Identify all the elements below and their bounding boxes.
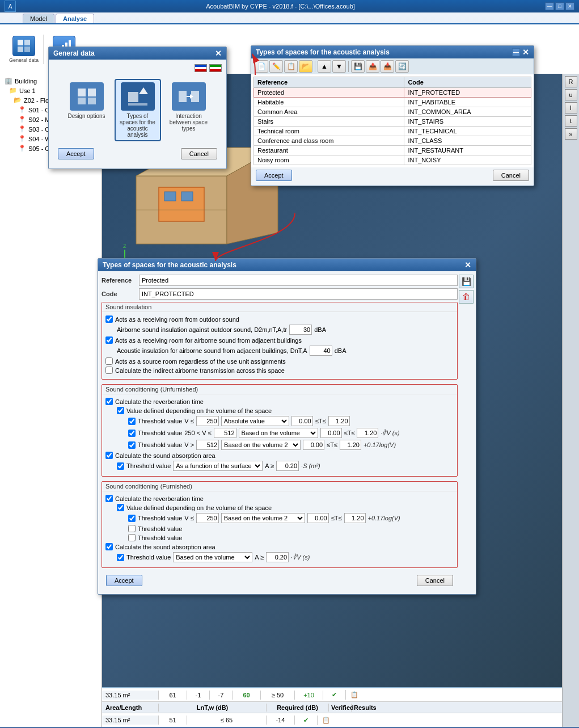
panel-btn-5[interactable]: s (565, 128, 577, 140)
thresh-f1-min[interactable] (307, 513, 329, 523)
airborne-value-input[interactable] (289, 325, 312, 335)
thresh2-min[interactable] (320, 428, 342, 438)
thresh2-val[interactable] (214, 428, 236, 438)
table-row[interactable]: Common Area INT_COMMON_AREA (254, 107, 531, 117)
toolbar-export-button[interactable]: 📤 (366, 60, 379, 73)
types-list-min-button[interactable]: — (512, 48, 520, 56)
table-row[interactable]: Protected INT_PROTECTED (254, 88, 531, 98)
thresh3-max[interactable] (340, 440, 361, 450)
general-data-close-button[interactable]: ✕ (215, 49, 222, 57)
toolbar-import2-button[interactable]: 📥 (381, 60, 394, 73)
thresh-f1-check[interactable] (128, 515, 136, 522)
col-code: Code (404, 77, 531, 88)
thresh-f1-dropdown[interactable]: Based on the volume 2 Absolute value Bas… (221, 513, 305, 523)
types-detail-accept-button[interactable]: Accept (106, 575, 142, 586)
check-adjacent[interactable] (105, 336, 113, 344)
general-data-accept-button[interactable]: Accept (58, 148, 94, 159)
reference-input[interactable] (139, 275, 458, 286)
check-reverb-furnished[interactable] (105, 495, 113, 502)
check-outdoor[interactable] (105, 315, 113, 323)
thresh3-min[interactable] (303, 440, 324, 450)
toolbar-save-button[interactable]: 💾 (351, 60, 365, 73)
thresh1-min[interactable] (291, 416, 313, 426)
panel-btn-4[interactable]: t (565, 115, 577, 127)
general-data-icon[interactable] (12, 36, 35, 56)
types-list-cancel-button[interactable]: Cancel (493, 170, 529, 181)
thresh1-dropdown[interactable]: Absolute value Based on the volume Based… (221, 416, 289, 426)
table-row[interactable]: Stairs INT_STAIRS (254, 117, 531, 127)
toolbar-copy-button[interactable]: 📋 (284, 60, 298, 73)
types-list-accept-button[interactable]: Accept (256, 170, 292, 181)
thresh1-val[interactable] (196, 416, 219, 426)
toolbar-edit-button[interactable]: ✏️ (269, 60, 283, 73)
table-row[interactable]: Technical room INT_TECHNICAL (254, 127, 531, 136)
maximize-button[interactable]: □ (555, 2, 564, 10)
types-list-close-button[interactable]: ✕ (522, 48, 529, 56)
thresh-abs-f-val[interactable] (266, 552, 289, 562)
thresh-abs-dropdown[interactable]: As a function of the surface Based on th… (173, 461, 263, 471)
check-absorption-furnished[interactable] (105, 543, 113, 550)
thresh1-check[interactable] (128, 418, 136, 425)
row-code: INT_TECHNICAL (404, 127, 531, 136)
panel-btn-1[interactable]: R (565, 76, 577, 87)
table-row[interactable]: Habitable INT_HABITABLE (254, 98, 531, 107)
general-data-cancel-button[interactable]: Cancel (181, 148, 217, 159)
types-spaces-icon (121, 82, 155, 111)
thresh-abs-check[interactable] (117, 462, 124, 470)
value-defined-unfurnished[interactable] (117, 407, 124, 414)
thresh1-label: Threshold value (138, 418, 182, 424)
toolbar-refresh-button[interactable]: 🔄 (395, 60, 409, 73)
tool-general-data[interactable]: General data (5, 35, 44, 64)
thresh3-label: Threshold value (138, 441, 182, 448)
table-row[interactable]: Conference and class room INT_CLASS (254, 136, 531, 146)
check-indirect[interactable] (105, 367, 113, 374)
check-source[interactable] (105, 357, 113, 365)
thresh-f1-val[interactable] (196, 513, 219, 523)
types-detail-close-button[interactable]: ✕ (464, 261, 471, 269)
minimize-button[interactable]: — (545, 2, 554, 10)
panel-btn-3[interactable]: l (565, 102, 577, 113)
acoustic-row: Acoustic insulation for airborne sound f… (117, 346, 454, 356)
s02-icon: 📍 (18, 116, 26, 123)
thresh3-check[interactable] (128, 441, 136, 449)
code-input[interactable] (139, 288, 458, 300)
check-absorption-unfurnished[interactable] (105, 452, 113, 459)
check-outdoor-label: Acts as a receiving room from outdoor so… (115, 316, 239, 323)
tab-model[interactable]: Model (23, 14, 54, 23)
delete-btn[interactable]: 🗑 (459, 290, 474, 304)
table-row[interactable]: Noisy room INT_NOISY (254, 155, 531, 165)
thresh-abs-f-check[interactable] (117, 554, 124, 561)
table-row[interactable]: Restaurant INT_RESTAURANT (254, 146, 531, 155)
result-results-1[interactable]: 📋 (346, 690, 363, 700)
interaction-item[interactable]: Interaction between space types (166, 79, 212, 141)
acoustic-value-input[interactable] (310, 346, 332, 356)
thresh-f2-check[interactable] (128, 525, 136, 532)
toolbar-import-button[interactable]: 📂 (299, 60, 312, 73)
thresh-abs-f-dropdown[interactable]: Based on the volume As a function of the… (173, 552, 252, 562)
thresh1-max[interactable] (328, 416, 350, 426)
design-options-item[interactable]: Design options (64, 79, 110, 141)
toolbar-down-button[interactable]: ▼ (332, 60, 346, 73)
value-defined-furnished[interactable] (117, 504, 124, 511)
result2-results[interactable]: 📋 (318, 716, 335, 725)
thresh2-dropdown[interactable]: Based on the volume Absolute value Based… (239, 428, 318, 438)
check-absorption-unfurnished-row: Calculate the sound absorption area (105, 452, 454, 459)
toolbar-new-button[interactable]: 📄 (255, 60, 268, 73)
types-detail-cancel-button[interactable]: Cancel (417, 575, 453, 586)
sound-insulation-title: Sound insulation (102, 302, 457, 312)
thresh-f1-max[interactable] (344, 513, 366, 523)
types-spaces-item[interactable]: Types of spaces for the acoustic analysi… (115, 79, 161, 141)
thresh-f3-check[interactable] (128, 534, 136, 541)
thresh3-val[interactable] (196, 440, 219, 450)
toolbar-up-button[interactable]: ▲ (318, 60, 331, 73)
thresh2-check[interactable] (128, 430, 136, 437)
check-reverb-unfurnished[interactable] (105, 398, 113, 405)
row-code: INT_NOISY (404, 155, 531, 165)
thresh2-max[interactable] (357, 428, 378, 438)
panel-btn-2[interactable]: u (565, 89, 577, 100)
tab-analyse[interactable]: Analyse (56, 14, 94, 23)
save-btn[interactable]: 💾 (459, 275, 474, 288)
thresh3-dropdown[interactable]: Based on the volume 2 Absolute value Bas… (221, 440, 301, 450)
thresh-abs-val[interactable] (276, 461, 299, 471)
close-button[interactable]: ✕ (565, 2, 574, 10)
